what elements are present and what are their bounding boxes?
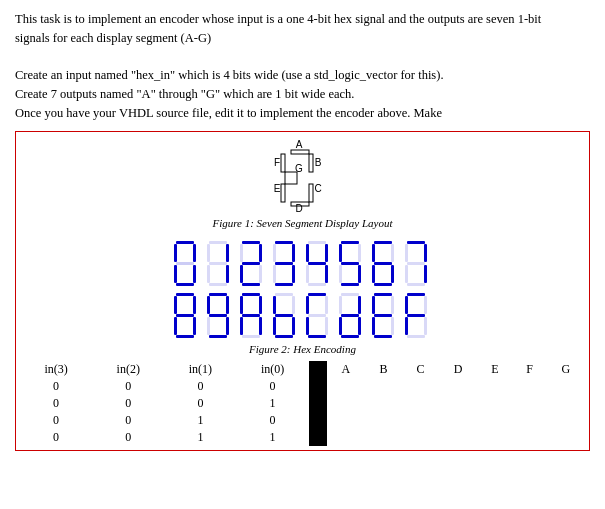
svg-rect-42	[308, 241, 326, 244]
hex-digits-row1	[20, 239, 585, 289]
svg-rect-95	[273, 317, 276, 335]
svg-rect-111	[341, 335, 359, 338]
svg-rect-9	[281, 184, 285, 202]
svg-rect-35	[275, 241, 293, 244]
svg-rect-63	[407, 241, 425, 244]
svg-rect-14	[176, 241, 194, 244]
digit-4	[304, 239, 334, 289]
col-header-E: E	[477, 361, 512, 378]
cell-G-3	[546, 429, 585, 446]
svg-rect-32	[240, 265, 243, 283]
svg-rect-87	[242, 314, 260, 317]
cell-E-0	[477, 378, 512, 395]
cell-F-3	[513, 429, 547, 446]
cell-E-3	[477, 429, 512, 446]
cell-E-1	[477, 395, 512, 412]
table-header-row: in(3) in(2) in(1) in(0) A B C D E F G	[20, 361, 585, 378]
svg-rect-36	[273, 244, 276, 262]
svg-rect-15	[174, 244, 177, 262]
svg-rect-80	[209, 314, 227, 317]
svg-rect-47	[325, 265, 328, 283]
cell-in0-1: 1	[237, 395, 309, 412]
svg-rect-89	[259, 317, 262, 335]
svg-rect-116	[372, 317, 375, 335]
cell-in2-1: 0	[92, 395, 164, 412]
cell-G-2	[546, 412, 585, 429]
svg-rect-65	[424, 244, 427, 262]
svg-rect-107	[358, 296, 361, 314]
svg-rect-44	[325, 244, 328, 262]
svg-text:D: D	[295, 203, 302, 214]
cell-A-1	[327, 395, 365, 412]
svg-rect-91	[275, 293, 293, 296]
cell-A-2	[327, 412, 365, 429]
svg-rect-82	[226, 317, 229, 335]
svg-rect-78	[207, 296, 210, 314]
cell-F-1	[513, 395, 547, 412]
svg-text:B: B	[314, 157, 321, 168]
col-header-G: G	[546, 361, 585, 378]
svg-rect-43	[306, 244, 309, 262]
svg-text:C: C	[314, 183, 321, 194]
svg-rect-16	[193, 244, 196, 262]
table-row: 0 0 1 0	[20, 412, 585, 429]
svg-rect-40	[292, 265, 295, 283]
digit-A	[238, 291, 268, 341]
svg-rect-19	[193, 265, 196, 283]
col-header-A: A	[327, 361, 365, 378]
svg-rect-55	[341, 283, 359, 286]
cell-blank-2	[309, 412, 327, 429]
cell-blank-1	[309, 395, 327, 412]
encoding-table: in(3) in(2) in(1) in(0) A B C D E F G	[20, 361, 585, 446]
intro-text: This task is to implement an encoder who…	[15, 10, 590, 123]
svg-rect-27	[209, 283, 227, 286]
svg-rect-105	[341, 293, 359, 296]
svg-rect-30	[259, 244, 262, 262]
svg-text:A: A	[295, 140, 302, 150]
svg-rect-38	[275, 262, 293, 265]
svg-rect-76	[176, 335, 194, 338]
svg-rect-28	[242, 241, 260, 244]
svg-rect-114	[391, 296, 394, 314]
svg-text:E: E	[273, 183, 280, 194]
svg-rect-119	[407, 293, 425, 296]
cell-in2-3: 0	[92, 429, 164, 446]
svg-rect-37	[292, 244, 295, 262]
cell-in0-2: 0	[237, 412, 309, 429]
cell-B-1	[365, 395, 402, 412]
svg-rect-88	[240, 317, 243, 335]
cell-C-2	[402, 412, 439, 429]
intro-line1: This task is to implement an encoder who…	[15, 10, 590, 29]
intro-line2: signals for each display segment (A-G)	[15, 29, 590, 48]
digit-1	[205, 239, 235, 289]
digit-3	[271, 239, 301, 289]
cell-D-3	[439, 429, 477, 446]
svg-rect-85	[240, 296, 243, 314]
cell-B-2	[365, 412, 402, 429]
svg-rect-74	[174, 317, 177, 335]
svg-rect-101	[308, 314, 326, 317]
svg-rect-106	[339, 296, 342, 314]
svg-rect-118	[374, 335, 392, 338]
svg-rect-120	[405, 296, 408, 314]
svg-rect-53	[339, 265, 342, 283]
svg-rect-33	[259, 265, 262, 283]
svg-rect-39	[273, 265, 276, 283]
svg-rect-84	[242, 293, 260, 296]
svg-rect-25	[207, 265, 210, 283]
svg-rect-7	[309, 154, 313, 172]
cell-D-2	[439, 412, 477, 429]
col-header-blank	[309, 361, 327, 378]
svg-rect-56	[374, 241, 392, 244]
cell-in3-3: 0	[20, 429, 92, 446]
svg-rect-69	[407, 283, 425, 286]
cell-in0-3: 1	[237, 429, 309, 446]
svg-rect-124	[424, 317, 427, 335]
svg-rect-110	[358, 317, 361, 335]
svg-rect-22	[207, 244, 210, 262]
svg-rect-21	[209, 241, 227, 244]
svg-rect-122	[407, 314, 425, 317]
svg-rect-46	[306, 265, 309, 283]
svg-rect-24	[209, 262, 227, 265]
svg-rect-68	[424, 265, 427, 283]
